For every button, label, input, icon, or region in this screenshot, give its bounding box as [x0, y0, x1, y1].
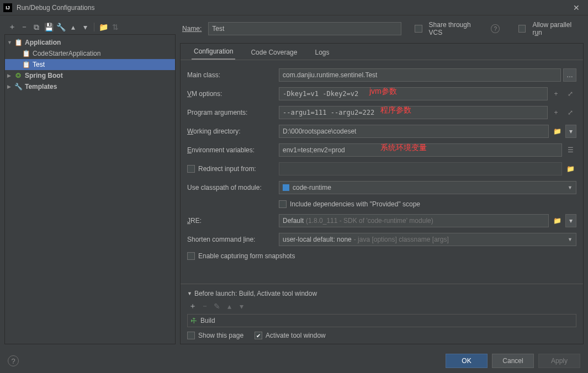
name-row: Name: Share through VCS ? Allow parallel… [180, 20, 584, 43]
app-icon: IJ [3, 3, 12, 12]
remove-icon: － [199, 301, 210, 312]
name-input[interactable] [208, 22, 401, 35]
tree-node-test[interactable]: 📋 Test [5, 59, 175, 70]
up-icon[interactable]: ▴ [67, 22, 78, 33]
snapshots-label: Enable capturing form snapshots [198, 252, 295, 260]
parallel-label: Allow parallel run [532, 21, 581, 36]
shorten-combo[interactable]: user-local default: none - java [options… [279, 233, 576, 246]
share-label: Share through VCS [429, 21, 485, 36]
tree-node-codestarter[interactable]: 📋 CodeStarterApplication [5, 48, 175, 59]
jre-combo[interactable]: Default (1.8.0_111 - SDK of 'code-runtim… [279, 214, 549, 227]
redirect-checkbox[interactable] [187, 165, 195, 173]
snapshots-checkbox[interactable] [187, 252, 195, 260]
ok-button[interactable]: OK [446, 354, 488, 368]
window-title: Run/Debug Configurations [17, 4, 568, 12]
redirect-label: Redirect input from: [198, 165, 256, 173]
left-panel: ＋ － ⧉ 💾 🔧 ▴ ▾ 📁 ⇅ ▼ 📋 Application 📋 Code… [4, 20, 176, 344]
main-class-input[interactable] [279, 68, 561, 82]
folder-icon[interactable]: 📁 [551, 125, 563, 137]
row-classpath: Use classpath of module: code-runtime ▼ [187, 178, 576, 197]
run-config-icon: 📋 [22, 50, 30, 57]
spring-icon: ❂ [14, 72, 23, 79]
vm-options-input[interactable] [279, 87, 548, 100]
separator [94, 23, 94, 31]
tabs: Configuration Code Coverage Logs [181, 44, 583, 60]
help-icon[interactable]: ? [8, 355, 19, 366]
folder-icon[interactable]: 📁 [98, 22, 109, 33]
tree-node-springboot[interactable]: ▶ ❂ Spring Boot [5, 70, 175, 81]
down-icon: ▾ [236, 301, 247, 312]
up-icon: ▴ [224, 301, 235, 312]
parallel-checkbox[interactable] [518, 25, 526, 33]
folder-icon[interactable]: 📁 [551, 215, 563, 227]
dropdown-button[interactable]: ▾ [565, 214, 576, 227]
redirect-label-wrap: Redirect input from: [187, 165, 274, 173]
tree-toolbar: ＋ － ⧉ 💾 🔧 ▴ ▾ 📁 ⇅ [4, 20, 176, 34]
row-snapshots: Enable capturing form snapshots [187, 249, 576, 263]
add-icon[interactable]: ＋ [187, 301, 198, 312]
row-jre: JRE: Default (1.8.0_111 - SDK of 'code-r… [187, 211, 576, 230]
collapse-icon: ⇅ [110, 22, 121, 33]
env-vars-input[interactable] [279, 143, 562, 157]
program-args-label: Program arguments: [187, 109, 274, 116]
browse-button[interactable]: … [563, 68, 576, 82]
config-tree[interactable]: ▼ 📋 Application 📋 CodeStarterApplication… [4, 34, 176, 344]
apply-button: Apply [538, 354, 580, 368]
footer: ? OK Cancel Apply [0, 349, 588, 373]
dropdown-button[interactable]: ▾ [565, 125, 576, 138]
show-page-checkbox[interactable] [187, 332, 195, 339]
classpath-value: code-runtime [293, 184, 331, 191]
row-env-vars: Environment variables: ☰ 系统环境变量 [187, 141, 576, 159]
chevron-right-icon[interactable]: ▶ [7, 73, 14, 78]
wrench-icon[interactable]: 🔧 [55, 22, 66, 33]
tree-label: Application [25, 39, 61, 46]
application-icon: 📋 [14, 39, 23, 46]
share-checkbox[interactable] [415, 25, 422, 33]
activate-checkbox[interactable]: ✔ [255, 332, 262, 339]
cancel-button[interactable]: Cancel [492, 354, 534, 368]
chevron-right-icon[interactable]: ▶ [7, 84, 14, 89]
before-launch-list[interactable]: ⚒ Build [187, 314, 576, 327]
main-area: ＋ － ⧉ 💾 🔧 ▴ ▾ 📁 ⇅ ▼ 📋 Application 📋 Code… [0, 15, 588, 349]
right-panel: Name: Share through VCS ? Allow parallel… [180, 20, 584, 344]
tab-panel: Configuration Code Coverage Logs Main cl… [180, 43, 584, 344]
tree-label: Templates [25, 83, 57, 90]
program-args-input[interactable] [279, 106, 548, 119]
close-icon[interactable]: ✕ [568, 3, 585, 12]
tab-configuration[interactable]: Configuration [192, 44, 235, 60]
row-main-class: Main class: … [187, 66, 576, 84]
down-icon[interactable]: ▾ [80, 22, 91, 33]
help-icon[interactable]: ? [491, 24, 500, 33]
wrench-icon: 🔧 [14, 83, 23, 90]
env-vars-label: Environment variables: [187, 146, 274, 154]
tab-logs[interactable]: Logs [312, 45, 331, 60]
expand-icon[interactable]: ⤢ [564, 106, 576, 119]
add-icon[interactable]: ＋ [7, 22, 18, 33]
tree-node-application[interactable]: ▼ 📋 Application [5, 37, 175, 48]
list-icon[interactable]: ☰ [564, 144, 576, 156]
row-shorten: Shorten command line: user-local default… [187, 230, 576, 249]
hammer-icon: ⚒ [189, 316, 199, 326]
classpath-combo[interactable]: code-runtime ▼ [279, 181, 576, 194]
edit-icon: ✎ [211, 301, 223, 312]
working-dir-input[interactable] [279, 125, 549, 138]
remove-icon[interactable]: － [19, 22, 30, 33]
working-dir-label: Working directory: [187, 127, 274, 135]
expand-icon[interactable]: ⤢ [564, 88, 576, 100]
plus-icon[interactable]: + [550, 106, 562, 119]
jre-value: Default [283, 217, 304, 225]
module-icon [283, 184, 289, 191]
plus-icon[interactable]: + [550, 88, 562, 100]
chevron-down-icon[interactable]: ▼ [7, 40, 14, 45]
save-icon[interactable]: 💾 [43, 22, 54, 33]
folder-icon[interactable]: 📁 [564, 163, 576, 175]
tab-code-coverage[interactable]: Code Coverage [248, 45, 299, 60]
jre-label: JRE: [187, 217, 274, 225]
run-config-icon: 📋 [22, 61, 30, 68]
include-provided-checkbox[interactable] [279, 200, 287, 208]
copy-icon[interactable]: ⧉ [31, 22, 42, 33]
chevron-down-icon: ▼ [568, 185, 573, 190]
tree-node-templates[interactable]: ▶ 🔧 Templates [5, 81, 175, 92]
classpath-label: Use classpath of module: [187, 184, 274, 191]
before-launch-header[interactable]: ▼ Before launch: Build, Activate tool wi… [187, 290, 576, 297]
